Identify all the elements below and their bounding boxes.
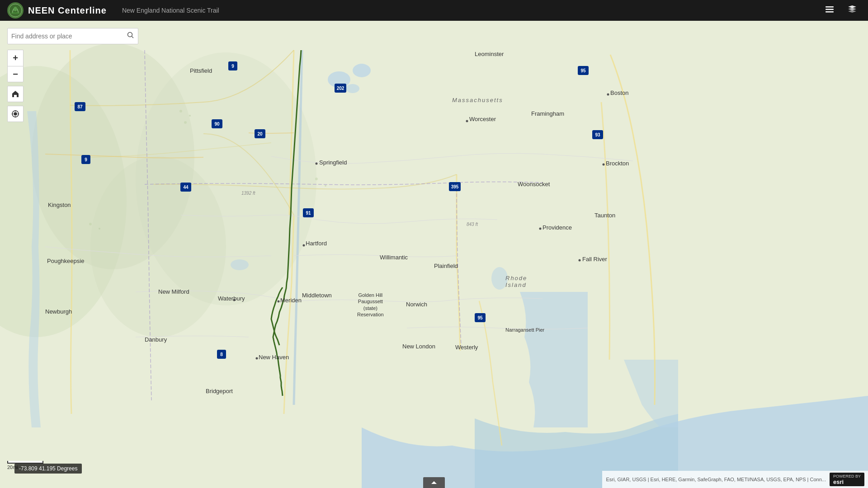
svg-text:93: 93 <box>595 132 600 137</box>
search-button[interactable] <box>127 32 134 41</box>
locate-button[interactable] <box>7 106 24 122</box>
svg-point-17 <box>184 121 187 124</box>
attribution-bar: Esri, GIAR, USGS | Esri, HERE, Garmin, S… <box>602 471 868 488</box>
svg-text:95: 95 <box>580 68 586 73</box>
city-dot-springfield <box>316 163 318 165</box>
svg-text:95: 95 <box>477 315 483 320</box>
svg-point-25 <box>14 113 17 115</box>
map-controls-panel: + − <box>7 28 138 122</box>
logo-area: NEEN Centerline New England National Sce… <box>7 2 219 19</box>
attribution-text: Esri, GIAR, USGS | Esri, HERE, Garmin, S… <box>606 477 826 482</box>
city-dot-boston <box>607 94 609 96</box>
city-dot-fall-river <box>579 259 581 262</box>
city-dot-hartford <box>303 244 305 247</box>
svg-point-11 <box>353 64 371 77</box>
zoom-controls: + − <box>7 50 138 82</box>
svg-rect-3 <box>826 9 834 10</box>
svg-point-15 <box>179 110 182 113</box>
header-controls <box>821 3 861 19</box>
svg-text:90: 90 <box>214 122 220 127</box>
svg-point-20 <box>315 178 318 180</box>
svg-text:8: 8 <box>220 352 223 357</box>
app-header: NEEN Centerline New England National Sce… <box>0 0 868 21</box>
coordinates-display: -73.809 41.195 Degrees <box>14 464 82 474</box>
highway-shield-9: 9 <box>228 61 237 72</box>
city-dot-waterbury <box>233 299 236 301</box>
map-container[interactable]: + − 20mi -73.809 41.195 Degrees <box>0 21 868 488</box>
home-button[interactable] <box>7 86 24 102</box>
city-dot-brockton <box>603 164 605 166</box>
svg-text:9: 9 <box>231 64 234 69</box>
highway-shield-44: 44 <box>180 183 191 193</box>
svg-text:20: 20 <box>257 131 263 136</box>
search-bar[interactable] <box>7 28 138 44</box>
city-dot-providence <box>539 228 542 230</box>
highway-shield-9-w: 9 <box>81 155 90 166</box>
svg-text:44: 44 <box>183 185 189 190</box>
svg-point-14 <box>491 267 508 290</box>
layers-button[interactable] <box>821 3 838 19</box>
svg-rect-4 <box>826 11 834 13</box>
svg-point-1 <box>14 7 17 11</box>
svg-text:9: 9 <box>85 157 87 162</box>
highway-shield-91: 91 <box>303 208 314 219</box>
esri-logo: POWERED BY esri <box>830 473 864 486</box>
elevation-label-1392: 1392 ft <box>241 191 255 196</box>
svg-point-16 <box>189 115 191 117</box>
highway-shield-90: 90 <box>212 119 222 130</box>
highway-shield-93: 93 <box>592 130 603 141</box>
svg-point-18 <box>89 223 92 225</box>
svg-point-19 <box>99 228 100 230</box>
basemap-button[interactable] <box>844 3 861 19</box>
zoom-out-button[interactable]: − <box>7 66 24 82</box>
svg-marker-56 <box>431 481 437 484</box>
svg-text:91: 91 <box>306 211 311 216</box>
svg-rect-2 <box>826 6 834 8</box>
city-dot-meriden <box>278 300 280 303</box>
highway-shield-95-n: 95 <box>578 66 589 77</box>
app-subtitle: New England National Scenic Trail <box>122 7 219 14</box>
svg-point-21 <box>325 185 326 187</box>
elevation-label-843: 843 ft <box>467 222 478 227</box>
svg-text:202: 202 <box>337 86 344 91</box>
highway-shield-202: 202 <box>335 84 346 94</box>
city-dot-new-haven <box>256 357 258 360</box>
nps-logo <box>7 2 24 19</box>
svg-point-22 <box>128 33 132 37</box>
city-dot-worcester <box>466 120 468 122</box>
app-title: NEEN Centerline <box>28 5 107 16</box>
search-input[interactable] <box>11 33 127 40</box>
svg-text:395: 395 <box>451 184 459 189</box>
highway-shield-8: 8 <box>217 350 226 361</box>
highway-shield-395: 395 <box>449 182 461 193</box>
svg-point-13 <box>231 259 249 270</box>
highway-shield-20: 20 <box>255 129 265 140</box>
svg-point-12 <box>346 84 359 93</box>
svg-line-23 <box>132 37 134 38</box>
expand-map-button[interactable] <box>423 477 445 488</box>
highway-shield-95-s: 95 <box>475 313 486 324</box>
zoom-in-button[interactable]: + <box>7 50 24 66</box>
